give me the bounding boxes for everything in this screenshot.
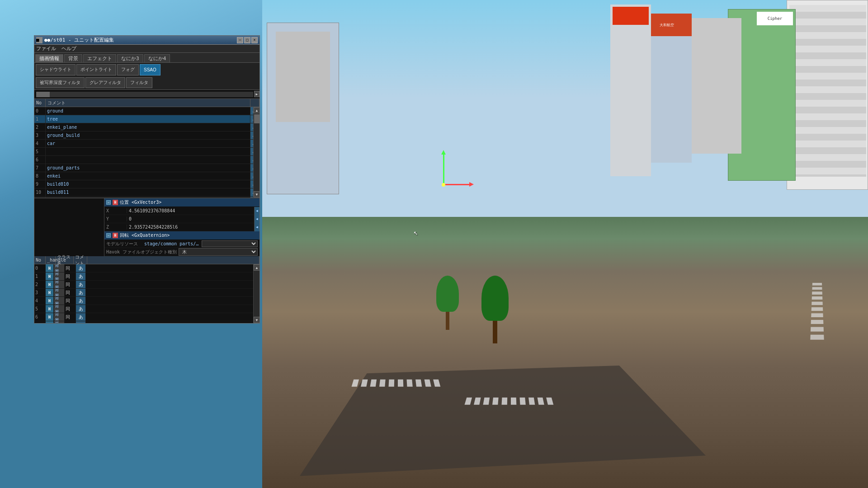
hrow-btn-2[interactable]: あ <box>76 281 86 288</box>
sb-up-arrow[interactable]: ▲ <box>254 107 259 113</box>
handle-table-header: No _handle クラス名 コメント <box>34 256 259 264</box>
menu-help[interactable]: ヘルプ <box>61 45 76 52</box>
handle-row-5[interactable]: 5 H 背景 同 あ <box>34 305 259 313</box>
tab-background[interactable]: 背景 <box>64 54 82 62</box>
tab-other3[interactable]: なにか3 <box>117 54 143 62</box>
handle-row-1[interactable]: 1 H 背景 同 あ <box>34 272 259 281</box>
layer-no-1: 1 <box>34 115 46 123</box>
model-source-dropdown[interactable] <box>202 240 258 247</box>
layer-row-5[interactable]: 5 あ <box>34 148 259 156</box>
layer-no-5: 5 <box>34 148 46 155</box>
layer-row-3[interactable]: 3 ground_build あ <box>34 131 259 140</box>
hrow-btn-5[interactable]: あ <box>76 305 86 313</box>
tab-effects[interactable]: エフェクト <box>83 54 116 62</box>
scroll-arrow-right[interactable]: ▶ <box>254 91 259 97</box>
prop-z-value[interactable]: 2.93572425842285l6 <box>127 225 254 230</box>
layer-row-4[interactable]: 4 car あ <box>34 140 259 148</box>
hrow-class-0: 背景 <box>54 264 65 272</box>
hsb-up-arrow[interactable]: ▲ <box>254 264 259 271</box>
fog-btn[interactable]: フォグ <box>117 64 139 75</box>
hrow-btn-0[interactable]: あ <box>76 264 86 272</box>
tab-other4[interactable]: なにか4 <box>144 54 170 62</box>
position-expand-btn[interactable]: － <box>106 200 111 205</box>
prop-z-row: Z 2.93572425842285l6 ◀ <box>104 223 259 231</box>
layer-row-10[interactable]: 10 build011 あ <box>34 188 259 197</box>
point-light-btn[interactable]: ポイントライト <box>76 64 116 75</box>
menu-file[interactable]: ファイル <box>36 45 56 52</box>
layer-name-3: ground_build <box>46 131 250 139</box>
gizmo-x-arrow <box>469 182 474 187</box>
hrow-no-4: 4 <box>34 297 46 305</box>
sb-thumb[interactable] <box>254 114 259 123</box>
prop-y-scroll[interactable]: ◀ <box>254 215 259 223</box>
hrow-no-6: 6 <box>34 313 46 321</box>
handle-row-3[interactable]: 3 H 背景 同 あ <box>34 289 259 297</box>
layer-no-10: 10 <box>34 188 46 196</box>
layer-row-9[interactable]: 9 build010 あ <box>34 180 259 188</box>
hrow-btn-7[interactable]: あ <box>76 321 86 323</box>
dof-btn[interactable]: 被写界深度フィルタ <box>36 77 85 89</box>
hrow-class-4: 背景 <box>54 297 65 305</box>
close-button[interactable]: × <box>251 37 258 43</box>
handle-table-scroll: 0 H 背景 同 あ 1 H 背景 同 あ 2 H 背景 同 あ 3 <box>34 264 259 323</box>
handle-row-6[interactable]: 6 H 背景 同 あ <box>34 313 259 321</box>
maximize-button[interactable]: □ <box>244 37 250 43</box>
prop-x-label: X <box>104 208 127 213</box>
glare-btn[interactable]: グレアフィルタ <box>85 77 125 89</box>
havok-label: Havok ファイルオブジェクト種別 <box>106 249 177 255</box>
handle-row-4[interactable]: 4 H 背景 同 あ <box>34 297 259 305</box>
minimize-button[interactable]: ─ <box>237 37 243 43</box>
handle-row-0[interactable]: 0 H 背景 同 あ <box>34 264 259 272</box>
handle-row-2[interactable]: 2 H 背景 同 あ <box>34 281 259 289</box>
rotation-expand-btn[interactable]: － <box>106 233 111 238</box>
sb-down-arrow[interactable]: ▼ <box>254 191 259 197</box>
grey-building-3 <box>610 5 651 176</box>
gizmo-center <box>442 183 445 187</box>
hrow-h-1: H <box>46 272 54 280</box>
prop-z-scroll[interactable]: ◀ <box>254 223 259 231</box>
layer-name-9: build010 <box>46 180 250 188</box>
prop-x-scroll[interactable]: ◀ <box>254 207 259 215</box>
hrow-btn-1[interactable]: あ <box>76 272 86 280</box>
hsb-down-arrow[interactable]: ▼ <box>254 317 259 323</box>
layer-row-7[interactable]: 7 ground_parts あ <box>34 164 259 172</box>
havok-dropdown[interactable]: 木 <box>179 248 258 256</box>
layer-no-2: 2 <box>34 123 46 131</box>
handle-col-class: クラス名 <box>56 256 74 264</box>
gizmo-y-arrow <box>441 150 446 155</box>
layer-no-11: 11 <box>34 197 46 197</box>
layer-row-0[interactable]: 0 ground あ <box>34 107 259 115</box>
hrow-h-6: H <box>46 313 54 321</box>
filter-btn[interactable]: フィルタ <box>126 77 152 89</box>
prop-x-value[interactable]: 4.561092376708844 <box>127 208 254 213</box>
layer-no-0: 0 <box>34 107 46 115</box>
ssao-btn[interactable]: SSAO <box>140 64 160 75</box>
tab-rendering[interactable]: 描画情報 <box>35 54 63 62</box>
hrow-btn-6[interactable]: あ <box>76 313 86 321</box>
layer-table-header: No コメント <box>34 99 259 107</box>
scroll-handle[interactable] <box>36 92 50 97</box>
handle-col-handle: _handle <box>46 256 56 264</box>
handle-table-scrollbar[interactable]: ▲ ▼ <box>253 264 259 323</box>
layer-no-6: 6 <box>34 156 46 164</box>
handle-col-comment: コメント <box>74 256 87 264</box>
gizmo-x-axis <box>443 184 470 185</box>
shadow-light-btn[interactable]: シャドウライト <box>36 64 75 75</box>
prop-y-label: Y <box>104 216 127 221</box>
layer-row-1[interactable]: 1 tree あ <box>34 115 259 123</box>
layer-row-2[interactable]: 2 enkei_plane あ <box>34 123 259 131</box>
layer-row-11[interactable]: 11 build012 あ <box>34 197 259 197</box>
layer-row-6[interactable]: 6 あ <box>34 156 259 164</box>
horizontal-scrollbar[interactable]: ▶ <box>34 90 259 99</box>
model-source-value[interactable]: stage/common_parts/nature/tree/tr <box>144 241 200 246</box>
layer-table-scrollbar[interactable]: ▲ ▼ <box>253 107 259 197</box>
layer-row-8[interactable]: 8 enkei あ <box>34 172 259 180</box>
tab-bar: 描画情報 背景 エフェクト なにか3 なにか4 <box>34 53 259 63</box>
layer-no-4: 4 <box>34 140 46 147</box>
hrow-btn-3[interactable]: あ <box>76 289 86 296</box>
hrow-btn-4[interactable]: あ <box>76 297 86 305</box>
layer-name-10: build011 <box>46 188 250 196</box>
prop-y-value[interactable]: 0 <box>127 216 254 221</box>
handle-row-7[interactable]: 7 H 背景 同 あ <box>34 321 259 323</box>
prop-y-row: Y 0 ◀ <box>104 215 259 223</box>
